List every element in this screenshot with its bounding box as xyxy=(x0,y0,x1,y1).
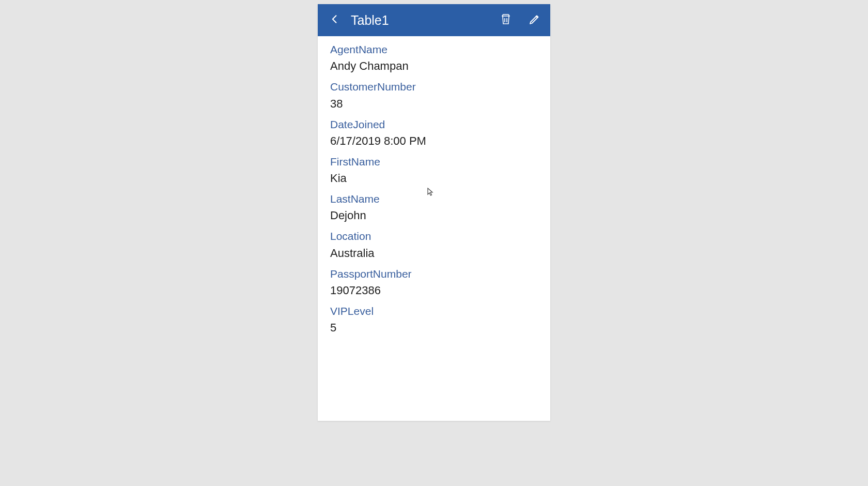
page-title: Table1 xyxy=(351,13,499,28)
delete-button[interactable] xyxy=(499,13,513,27)
field-row: Location Australia xyxy=(330,229,538,261)
back-button[interactable] xyxy=(326,11,344,29)
field-label: LastName xyxy=(330,192,538,206)
field-value: Kia xyxy=(330,170,538,187)
field-label: DateJoined xyxy=(330,117,538,131)
field-value: Andy Champan xyxy=(330,57,538,74)
header-actions xyxy=(499,13,542,27)
field-label: AgentName xyxy=(330,42,538,56)
detail-card: Table1 xyxy=(318,4,550,421)
field-row: DateJoined 6/17/2019 8:00 PM xyxy=(330,117,538,149)
field-label: VIPLevel xyxy=(330,304,538,318)
field-value: Australia xyxy=(330,245,538,262)
field-row: CustomerNumber 38 xyxy=(330,80,538,112)
edit-button[interactable] xyxy=(528,13,542,27)
field-row: VIPLevel 5 xyxy=(330,304,538,336)
field-row: FirstName Kia xyxy=(330,155,538,187)
field-label: PassportNumber xyxy=(330,267,538,281)
pencil-icon xyxy=(529,12,541,28)
field-value: 38 xyxy=(330,95,538,112)
content-area: AgentName Andy Champan CustomerNumber 38… xyxy=(318,36,550,421)
field-label: CustomerNumber xyxy=(330,80,538,94)
field-row: LastName Dejohn xyxy=(330,192,538,224)
chevron-left-icon xyxy=(330,12,340,28)
field-row: PassportNumber 19072386 xyxy=(330,267,538,299)
field-row: AgentName Andy Champan xyxy=(330,42,538,74)
field-value: 19072386 xyxy=(330,282,538,299)
field-label: Location xyxy=(330,229,538,243)
field-value: 6/17/2019 8:00 PM xyxy=(330,132,538,149)
trash-icon xyxy=(500,12,512,28)
field-value: 5 xyxy=(330,319,538,336)
field-label: FirstName xyxy=(330,155,538,169)
header-bar: Table1 xyxy=(318,4,550,36)
field-value: Dejohn xyxy=(330,207,538,224)
